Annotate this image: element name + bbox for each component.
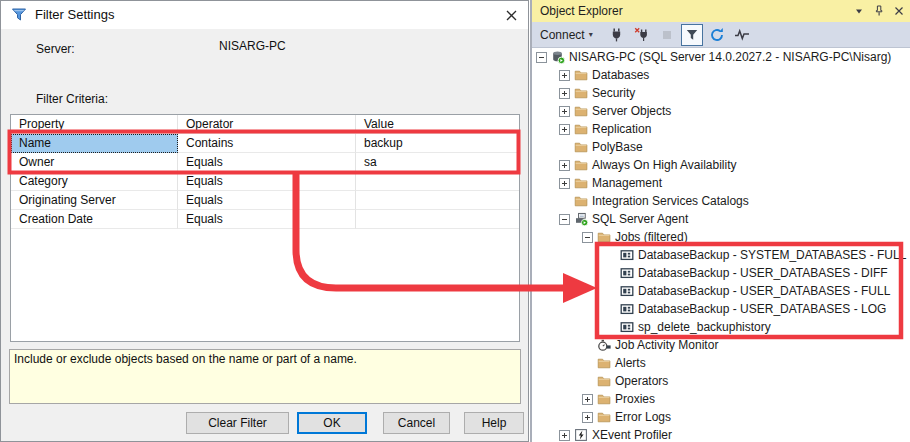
tree-item[interactable]: sp_delete_backuphistory <box>532 318 910 336</box>
folder-icon <box>597 356 611 370</box>
expander-plus-icon[interactable] <box>582 412 593 423</box>
activity-monitor-icon[interactable] <box>731 24 753 46</box>
pin-icon[interactable] <box>873 4 885 17</box>
tree-item-label: XEvent Profiler <box>592 428 672 442</box>
folder-icon <box>574 158 588 172</box>
expander-plus-icon[interactable] <box>582 394 593 405</box>
server-label: Server: <box>36 42 75 56</box>
tree-item[interactable]: DatabaseBackup - USER_DATABASES - LOG <box>532 300 910 318</box>
folder-icon <box>597 410 611 424</box>
tree-item-label: Proxies <box>615 392 655 406</box>
expander-minus-icon[interactable] <box>582 232 593 243</box>
tree-item-label: sp_delete_backuphistory <box>638 320 771 334</box>
object-explorer-titlebar: Object Explorer <box>532 0 910 22</box>
cell-property[interactable]: Originating Server <box>11 191 178 210</box>
filter-icon[interactable] <box>681 24 703 46</box>
expander-plus-icon[interactable] <box>559 106 570 117</box>
refresh-icon[interactable] <box>706 24 728 46</box>
tree-item[interactable]: Error Logs <box>532 408 910 426</box>
tree-item-label: SQL Server Agent <box>592 212 688 226</box>
cell-operator[interactable]: Equals <box>178 210 356 229</box>
tree-item[interactable]: Management <box>532 174 910 192</box>
tree-item-label: Replication <box>592 122 651 136</box>
tree-item[interactable]: DatabaseBackup - SYSTEM_DATABASES - FULL <box>532 246 910 264</box>
filter-criteria-row[interactable]: OwnerEqualssa <box>11 153 519 172</box>
cell-value[interactable]: sa <box>356 153 519 172</box>
filter-criteria-row[interactable]: CategoryEquals <box>11 172 519 191</box>
tree-item-label: Job Activity Monitor <box>615 338 718 352</box>
tree-item[interactable]: DatabaseBackup - USER_DATABASES - FULL <box>532 282 910 300</box>
filter-criteria-grid: Property Operator Value NameContainsback… <box>10 114 520 342</box>
cell-property[interactable]: Name <box>11 134 178 153</box>
tree-item-label: DatabaseBackup - USER_DATABASES - DIFF <box>638 266 888 280</box>
job-icon <box>620 320 634 334</box>
filter-criteria-row[interactable]: NameContainsbackup <box>11 134 519 153</box>
folder-icon <box>597 230 611 244</box>
expander-plus-icon[interactable] <box>559 178 570 189</box>
cell-property[interactable]: Category <box>11 172 178 191</box>
expander-plus-icon[interactable] <box>559 88 570 99</box>
tree-item-label: Security <box>592 86 635 100</box>
tree-item[interactable]: Always On High Availability <box>532 156 910 174</box>
connect-dropdown[interactable]: Connect ▾ <box>540 28 593 42</box>
disconnect-plug-icon[interactable] <box>631 24 653 46</box>
tree-item-label: Jobs (filtered) <box>615 230 688 244</box>
cell-value[interactable] <box>356 172 519 191</box>
clear-filter-button[interactable]: Clear Filter <box>186 412 289 434</box>
tree-item[interactable]: Operators <box>532 372 910 390</box>
cell-property[interactable]: Owner <box>11 153 178 172</box>
help-button[interactable]: Help <box>464 412 524 434</box>
tree-item[interactable]: Alerts <box>532 354 910 372</box>
dialog-title: Filter Settings <box>35 7 114 22</box>
folder-icon <box>574 68 588 82</box>
tree-item[interactable]: Proxies <box>532 390 910 408</box>
cell-operator[interactable]: Equals <box>178 172 356 191</box>
tree-item[interactable]: Databases <box>532 66 910 84</box>
tree-item[interactable]: Integration Services Catalogs <box>532 192 910 210</box>
filter-help-text: Include or exclude objects based on the … <box>9 349 521 404</box>
cell-operator[interactable]: Equals <box>178 153 356 172</box>
cell-value[interactable]: backup <box>356 134 519 153</box>
ok-button[interactable]: OK <box>297 412 367 434</box>
filter-criteria-row[interactable]: Creation DateEquals <box>11 210 519 229</box>
object-explorer-toolbar: Connect ▾ <box>532 22 910 48</box>
expander-plus-icon[interactable] <box>559 160 570 171</box>
tree-item[interactable]: PolyBase <box>532 138 910 156</box>
filter-icon <box>11 7 27 22</box>
tree-item[interactable]: Security <box>532 84 910 102</box>
filter-settings-dialog: Filter Settings Server: NISARG-PC Filter… <box>0 0 529 442</box>
expander-plus-icon[interactable] <box>559 430 570 441</box>
tree-item[interactable]: Jobs (filtered) <box>532 228 910 246</box>
job-icon <box>620 284 634 298</box>
cell-value[interactable] <box>356 191 519 210</box>
close-icon[interactable] <box>505 8 518 21</box>
filter-criteria-row[interactable]: Originating ServerEquals <box>11 191 519 210</box>
tree-item[interactable]: XEvent Profiler <box>532 426 910 442</box>
tree-item[interactable]: SQL Server Agent <box>532 210 910 228</box>
expander-plus-icon[interactable] <box>559 124 570 135</box>
close-icon[interactable] <box>893 4 905 17</box>
tree-item-label: NISARG-PC (SQL Server 14.0.2027.2 - NISA… <box>569 50 891 64</box>
xevent-icon <box>574 428 588 442</box>
tree-item[interactable]: NISARG-PC (SQL Server 14.0.2027.2 - NISA… <box>532 48 910 66</box>
expander-minus-icon[interactable] <box>559 214 570 225</box>
cell-operator[interactable]: Equals <box>178 191 356 210</box>
cell-operator[interactable]: Contains <box>178 134 356 153</box>
expander-minus-icon[interactable] <box>536 52 547 63</box>
tree-item[interactable]: Job Activity Monitor <box>532 336 910 354</box>
expander-plus-icon[interactable] <box>559 70 570 81</box>
stop-icon <box>656 24 678 46</box>
server-value: NISARG-PC <box>219 39 286 53</box>
tree-item[interactable]: Replication <box>532 120 910 138</box>
chevron-down-icon[interactable] <box>853 4 865 17</box>
connect-plug-icon[interactable] <box>606 24 628 46</box>
tree-item[interactable]: Server Objects <box>532 102 910 120</box>
cell-property[interactable]: Creation Date <box>11 210 178 229</box>
cancel-button[interactable]: Cancel <box>383 412 450 434</box>
object-explorer-tree: NISARG-PC (SQL Server 14.0.2027.2 - NISA… <box>532 48 910 442</box>
activity-icon <box>597 338 611 352</box>
tree-item-label: Databases <box>592 68 649 82</box>
cell-value[interactable] <box>356 210 519 229</box>
tree-item[interactable]: DatabaseBackup - USER_DATABASES - DIFF <box>532 264 910 282</box>
tree-item-label: Always On High Availability <box>592 158 737 172</box>
